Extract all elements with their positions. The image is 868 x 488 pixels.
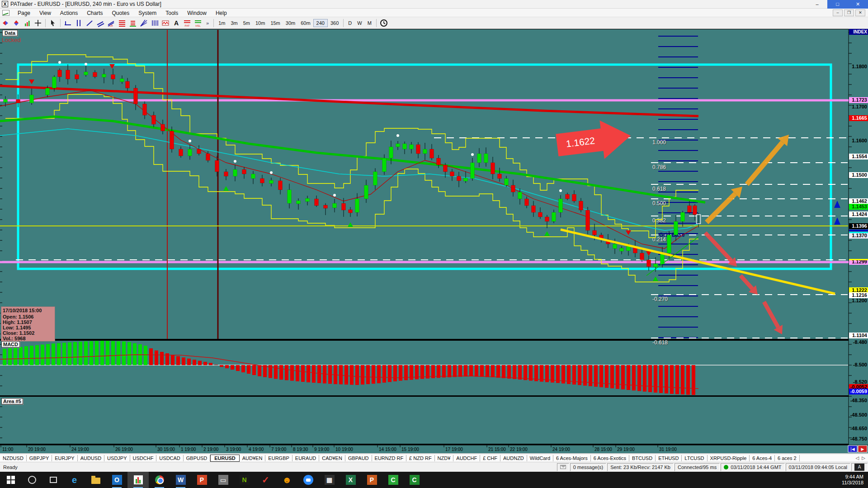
timeframe-3m[interactable]: 3m bbox=[228, 19, 240, 27]
mdi-minimize-button[interactable]: – bbox=[833, 9, 843, 16]
taskbar-check-app-icon[interactable]: ✓ bbox=[255, 472, 276, 488]
close-button[interactable]: ✕ bbox=[848, 0, 868, 9]
timeframe-15m[interactable]: 15m bbox=[268, 19, 283, 27]
taskbar-powerpoint-icon[interactable]: P bbox=[191, 472, 212, 488]
alert-cell[interactable]: A bbox=[851, 463, 868, 471]
tab-ethusd[interactable]: ETHUSD bbox=[656, 455, 682, 461]
tab-£-nzd-rf[interactable]: £ NZD RF bbox=[406, 455, 435, 461]
fib-extension-icon[interactable] bbox=[128, 19, 138, 28]
period-m[interactable]: M bbox=[365, 19, 374, 27]
crosshair-icon[interactable] bbox=[33, 19, 43, 28]
menu-tools[interactable]: Tools bbox=[161, 9, 183, 17]
timeframe-30m[interactable]: 30m bbox=[283, 19, 298, 27]
tab-euraud[interactable]: EURAUD bbox=[292, 455, 319, 461]
timeframe-1m[interactable]: 1m bbox=[216, 19, 228, 27]
taskbar-task-view-icon[interactable] bbox=[42, 472, 64, 488]
title-bar[interactable]: X PATrader - EURUSD - [EURUSD, 240 min -… bbox=[0, 0, 868, 9]
tab-gbpusd[interactable]: GBPUSD bbox=[184, 455, 210, 461]
taskbar-cortana-icon[interactable] bbox=[21, 472, 42, 488]
tab-scroll-right[interactable]: ▷ bbox=[862, 455, 865, 460]
tab-aud¥en[interactable]: AUD¥EN bbox=[240, 455, 266, 461]
taskbar-start-icon[interactable] bbox=[0, 472, 21, 488]
undock-pane-icon[interactable] bbox=[11, 19, 21, 28]
tab-gbpjpy[interactable]: GBPJPY bbox=[27, 455, 52, 461]
tab-6-aces-exotics[interactable]: 6 Aces-Exotics bbox=[591, 455, 629, 461]
pointer-tool-icon[interactable] bbox=[48, 19, 58, 28]
tab-gbpaud[interactable]: GBPAUD bbox=[345, 455, 372, 461]
tab-eurgbp[interactable]: EURGBP bbox=[265, 455, 292, 461]
taskbar-clock[interactable]: 9:44 AM 11/3/2018 bbox=[842, 474, 868, 486]
period-w[interactable]: W bbox=[354, 19, 364, 27]
taskbar-camtasia-icon[interactable]: C bbox=[382, 472, 404, 488]
trendline-icon[interactable] bbox=[85, 19, 94, 28]
tab-£-chf[interactable]: £ CHF bbox=[480, 455, 500, 461]
taskbar-mascot-app-icon[interactable]: ☻ bbox=[276, 472, 297, 488]
taskbar-device-icon[interactable]: ▭ bbox=[212, 472, 234, 488]
tab-cad¥en[interactable]: CAD¥EN bbox=[319, 455, 345, 461]
messages-cell[interactable] bbox=[557, 463, 569, 471]
tab-btcusd[interactable]: BTCUSD bbox=[629, 455, 656, 461]
parallel-channel-icon[interactable] bbox=[95, 19, 105, 28]
tab-eurjpy[interactable]: EURJPY bbox=[52, 455, 77, 461]
taskbar-nvidia-icon[interactable]: N bbox=[234, 472, 255, 488]
menu-charts[interactable]: Charts bbox=[82, 9, 107, 17]
menu-system[interactable]: System bbox=[134, 9, 161, 17]
chart-canvas[interactable]: 1.0000.7860.6180.5000.3820.214-0.270-0.6… bbox=[0, 29, 868, 453]
wave-tool-icon[interactable] bbox=[160, 19, 170, 28]
maximize-button[interactable]: □ bbox=[827, 0, 848, 9]
fib-retracement-icon[interactable] bbox=[117, 19, 127, 28]
data-button[interactable]: Data bbox=[2, 30, 18, 36]
taskbar-patrader-icon[interactable] bbox=[127, 472, 149, 488]
timeframe-60m[interactable]: 60m bbox=[298, 19, 313, 27]
tab-wildcard[interactable]: WildCard bbox=[527, 455, 553, 461]
timeframe-10m[interactable]: 10m bbox=[253, 19, 268, 27]
minimize-button[interactable]: – bbox=[807, 0, 827, 9]
tab-audnzd[interactable]: AUDNZD bbox=[500, 455, 527, 461]
taskbar-word-icon[interactable]: W bbox=[170, 472, 191, 488]
vertical-line-icon[interactable] bbox=[74, 19, 84, 28]
tab-audusd[interactable]: AUDUSD bbox=[78, 455, 104, 461]
taskbar-chrome-icon[interactable] bbox=[149, 472, 170, 488]
mdi-close-button[interactable]: ✕ bbox=[855, 9, 865, 16]
chart-style-icon[interactable] bbox=[22, 19, 32, 28]
menu-page[interactable]: Page bbox=[13, 9, 35, 17]
pat-indicator-icon[interactable]: PAT bbox=[182, 19, 192, 28]
taskbar-excel-icon[interactable]: X bbox=[340, 472, 361, 488]
chart-workspace[interactable]: 1.0000.7860.6180.5000.3820.214-0.270-0.6… bbox=[0, 29, 868, 453]
tab-6-aces-majors[interactable]: 6 Aces-Majors bbox=[553, 455, 591, 461]
tab-nzd¥[interactable]: NZD¥ bbox=[435, 455, 454, 461]
dock-pane-icon[interactable] bbox=[0, 19, 10, 28]
period-d[interactable]: D bbox=[345, 19, 354, 27]
menu-view[interactable]: View bbox=[35, 9, 56, 17]
taskbar-zoom-icon[interactable] bbox=[297, 472, 319, 488]
tab-usdcad[interactable]: USDCAD bbox=[156, 455, 183, 461]
tab-usdchf[interactable]: USDCHF bbox=[130, 455, 157, 461]
tab-ltcusd[interactable]: LTCUSD bbox=[682, 455, 707, 461]
taskbar-calculator-icon[interactable]: ▦ bbox=[319, 472, 340, 488]
tab-eurusd[interactable]: EURUSD bbox=[210, 455, 239, 462]
menu-window[interactable]: Window bbox=[183, 9, 211, 17]
chart-window-icon[interactable] bbox=[2, 10, 9, 16]
linear-regression-icon[interactable]: LR bbox=[106, 19, 116, 28]
timeframe-240[interactable]: 240 bbox=[313, 19, 328, 27]
tab-audchf[interactable]: AUDCHF bbox=[453, 455, 480, 461]
tab-nzdusd[interactable]: NZDUSD bbox=[0, 455, 27, 461]
mdi-restore-button[interactable]: ❐ bbox=[844, 9, 854, 16]
tab-usdjpy[interactable]: USDJPY bbox=[104, 455, 130, 461]
taskbar-file-explorer-icon[interactable] bbox=[85, 472, 106, 488]
horizontal-line-icon[interactable] bbox=[63, 19, 73, 28]
tab-6-aces-4[interactable]: 6 Aces-4 bbox=[750, 455, 775, 461]
toolbar-overflow-chevron[interactable]: » bbox=[203, 20, 212, 26]
tab-6-aces-2[interactable]: 6 aces 2 bbox=[775, 455, 800, 461]
timeframe-5m[interactable]: 5m bbox=[241, 19, 253, 27]
tab-xrpusd-ripple[interactable]: XRPUSD-Ripple bbox=[708, 455, 750, 461]
fan-lines-icon[interactable] bbox=[139, 19, 149, 28]
hsl-indicator-icon[interactable]: HSL bbox=[193, 19, 203, 28]
timeframe-360[interactable]: 360 bbox=[328, 19, 341, 27]
taskbar-outlook-icon[interactable]: O bbox=[106, 472, 127, 488]
tab-scroll-left[interactable]: ◁ bbox=[856, 455, 859, 460]
taskbar-recorder-icon[interactable]: C bbox=[404, 472, 425, 488]
vertical-grid-icon[interactable] bbox=[150, 19, 160, 28]
tab-eurnzd-rf[interactable]: EURNZD RF bbox=[372, 455, 407, 461]
taskbar-office-app-icon[interactable]: P bbox=[361, 472, 382, 488]
